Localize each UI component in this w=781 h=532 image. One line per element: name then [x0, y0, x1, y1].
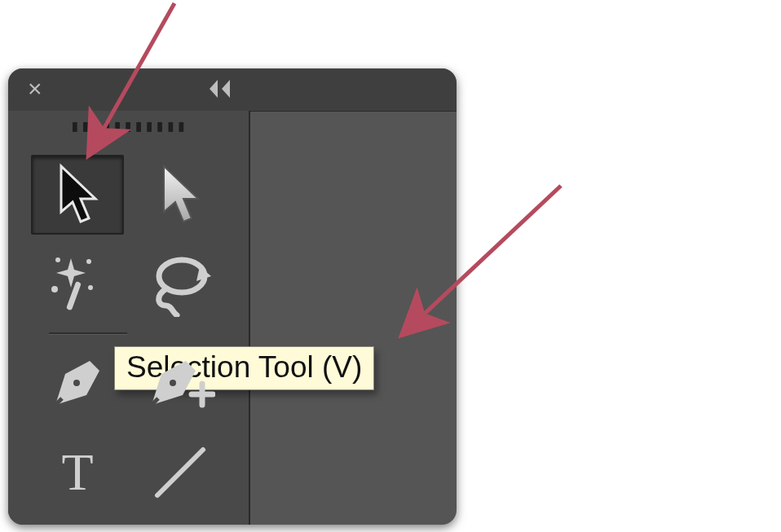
lasso-icon — [148, 252, 213, 317]
close-icon[interactable]: × — [28, 78, 49, 99]
svg-point-1 — [86, 259, 91, 264]
tools-panel: ▮▮▮▮▮▮▮▮▮▮▮ — [8, 111, 250, 525]
svg-line-10 — [157, 450, 203, 495]
cursor-black-icon — [53, 163, 102, 226]
panel-gripper[interactable]: ▮▮▮▮▮▮▮▮▮▮▮ — [8, 116, 249, 135]
line-icon — [148, 440, 213, 505]
svg-point-0 — [51, 286, 58, 292]
type-icon: T — [61, 442, 93, 503]
tool-grid: T — [26, 150, 232, 517]
direct-selection-tool[interactable] — [129, 150, 232, 240]
svg-rect-4 — [66, 281, 82, 310]
svg-point-3 — [55, 257, 60, 262]
collapse-icon[interactable] — [205, 75, 233, 106]
svg-point-2 — [88, 285, 93, 290]
svg-point-7 — [170, 380, 176, 386]
magic-wand-icon — [46, 253, 108, 315]
selection-tool[interactable] — [26, 150, 129, 240]
pen-plus-icon — [145, 351, 215, 415]
cursor-white-icon — [156, 163, 205, 226]
lasso-tool[interactable] — [129, 240, 232, 329]
type-tool[interactable]: T — [26, 428, 129, 517]
line-tool[interactable] — [129, 428, 232, 517]
magic-wand-tool[interactable] — [26, 240, 129, 329]
panel-titlebar: × — [8, 68, 457, 112]
svg-point-6 — [73, 380, 80, 386]
tool-divider — [49, 332, 127, 335]
pen-icon — [46, 351, 109, 415]
